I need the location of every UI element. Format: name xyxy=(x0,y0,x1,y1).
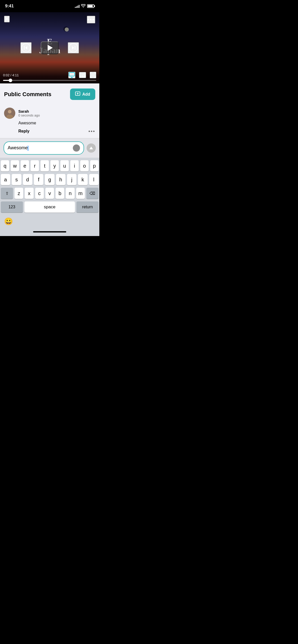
home-row xyxy=(0,229,99,236)
svg-marker-5 xyxy=(71,77,73,78)
close-button[interactable]: ✕ xyxy=(4,16,10,22)
key-e[interactable]: e xyxy=(21,160,29,171)
send-icon xyxy=(89,147,93,149)
video-top-controls: ✕ ••• xyxy=(0,12,99,27)
fast-forward-button[interactable]: 10 xyxy=(68,42,79,53)
comments-title: Public Comments xyxy=(4,91,51,98)
video-player: ✕ ••• E Japan 10 10 xyxy=(0,12,99,83)
key-t[interactable]: t xyxy=(40,160,49,171)
keyboard-row-2: a s d f g h j k l xyxy=(1,174,99,185)
key-q[interactable]: q xyxy=(1,160,9,171)
key-k[interactable]: k xyxy=(78,174,87,185)
key-o[interactable]: o xyxy=(80,160,89,171)
svg-text:10: 10 xyxy=(25,50,27,51)
moon-decoration xyxy=(65,27,69,32)
key-n[interactable]: n xyxy=(66,188,74,199)
battery-icon xyxy=(87,4,94,8)
svg-text:10: 10 xyxy=(72,50,74,51)
key-m[interactable]: m xyxy=(76,188,85,199)
wifi-icon xyxy=(81,4,86,8)
comment-more-button[interactable]: ••• xyxy=(88,128,95,134)
emoji-button[interactable]: 😀 xyxy=(4,217,13,226)
key-x[interactable]: x xyxy=(25,188,33,199)
pip-button[interactable] xyxy=(79,72,86,78)
keyboard: q w e r t y u i o p a s d f g h j k l ⇧ … xyxy=(0,158,99,215)
key-j[interactable]: j xyxy=(67,174,76,185)
key-c[interactable]: c xyxy=(35,188,44,199)
input-cursor xyxy=(28,146,28,151)
play-button[interactable] xyxy=(41,41,59,54)
return-key[interactable]: return xyxy=(76,201,99,213)
time-display: 0:02 / 4:11 xyxy=(3,73,19,77)
avatar xyxy=(4,108,15,119)
keyboard-row-3: ⇧ z x c v b n m ⌫ xyxy=(1,188,99,199)
delete-key[interactable]: ⌫ xyxy=(86,188,99,199)
airplay-button[interactable] xyxy=(68,72,75,78)
svg-rect-4 xyxy=(69,72,75,76)
status-bar: 9:41 xyxy=(0,0,99,12)
input-area: Awesome xyxy=(0,138,99,158)
key-i[interactable]: i xyxy=(70,160,79,171)
svg-rect-7 xyxy=(82,75,85,77)
keyboard-extras: 😀 xyxy=(0,215,99,229)
reply-button[interactable]: Reply xyxy=(18,128,30,135)
comment-actions: Reply ••• xyxy=(4,128,95,135)
key-f[interactable]: f xyxy=(34,174,43,185)
comment-header-row: Sarah 0 seconds ago xyxy=(4,108,95,119)
shift-key[interactable]: ⇧ xyxy=(1,188,13,199)
comment-timestamp: 0 seconds ago xyxy=(18,113,40,117)
key-h[interactable]: h xyxy=(56,174,65,185)
key-y[interactable]: y xyxy=(50,160,59,171)
comment-text: Awesome xyxy=(4,121,95,125)
add-comment-button[interactable]: Add xyxy=(70,89,95,100)
more-button[interactable]: ••• xyxy=(87,16,95,23)
comments-header: Public Comments Add xyxy=(0,83,99,104)
svg-point-10 xyxy=(8,110,11,113)
time-row: 0:02 / 4:11 xyxy=(3,72,96,78)
progress-thumb xyxy=(9,79,12,82)
key-g[interactable]: g xyxy=(45,174,54,185)
input-circle-decoration xyxy=(73,144,80,152)
comment-item: Sarah 0 seconds ago Awesome Reply ••• xyxy=(0,104,99,138)
add-comment-icon xyxy=(75,91,80,97)
video-bottom-controls: 0:02 / 4:11 xyxy=(0,70,99,83)
key-w[interactable]: w xyxy=(11,160,19,171)
status-time: 9:41 xyxy=(5,4,14,9)
space-key[interactable]: space xyxy=(24,201,75,213)
rewind-button[interactable]: 10 xyxy=(20,42,32,53)
video-center-controls: 10 10 xyxy=(20,41,79,54)
key-s[interactable]: s xyxy=(12,174,21,185)
numbers-key[interactable]: 123 xyxy=(1,201,23,213)
fullscreen-button[interactable] xyxy=(90,72,96,78)
bottom-icons xyxy=(68,72,96,78)
key-d[interactable]: d xyxy=(23,174,32,185)
play-icon xyxy=(48,45,53,51)
key-u[interactable]: u xyxy=(60,160,69,171)
key-p[interactable]: p xyxy=(90,160,99,171)
comment-input-wrapper[interactable]: Awesome xyxy=(4,141,84,155)
keyboard-row-1: q w e r t y u i o p xyxy=(1,160,99,171)
comment-meta: Sarah 0 seconds ago xyxy=(18,109,40,117)
keyboard-row-4: 123 space return xyxy=(1,201,99,213)
comment-input-text: Awesome xyxy=(8,145,71,151)
send-button[interactable] xyxy=(87,143,96,153)
key-r[interactable]: r xyxy=(31,160,39,171)
key-b[interactable]: b xyxy=(56,188,64,199)
progress-bar[interactable] xyxy=(3,80,96,81)
home-indicator xyxy=(33,231,66,232)
key-l[interactable]: l xyxy=(89,174,99,185)
add-comment-label: Add xyxy=(82,92,90,97)
status-icons xyxy=(75,4,94,8)
key-a[interactable]: a xyxy=(1,174,10,185)
key-v[interactable]: v xyxy=(45,188,54,199)
key-z[interactable]: z xyxy=(15,188,23,199)
signal-icon xyxy=(75,4,79,8)
comments-section: Public Comments Add xyxy=(0,83,99,138)
comment-author: Sarah xyxy=(18,109,40,113)
